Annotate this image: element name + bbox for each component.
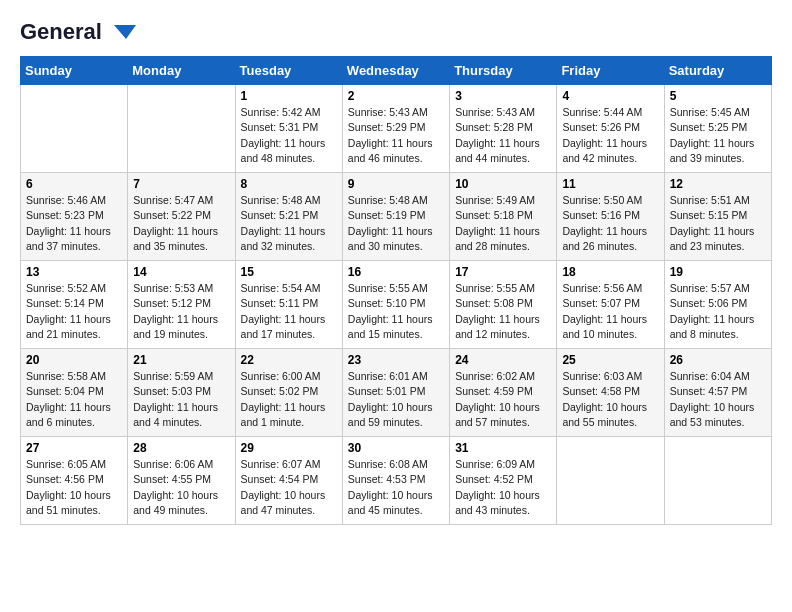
weekday-header-friday: Friday	[557, 57, 664, 85]
day-number: 24	[455, 353, 551, 367]
calendar-week-row: 27Sunrise: 6:05 AMSunset: 4:56 PMDayligh…	[21, 437, 772, 525]
calendar-cell: 23Sunrise: 6:01 AMSunset: 5:01 PMDayligh…	[342, 349, 449, 437]
weekday-header-thursday: Thursday	[450, 57, 557, 85]
day-number: 5	[670, 89, 766, 103]
calendar-cell: 17Sunrise: 5:55 AMSunset: 5:08 PMDayligh…	[450, 261, 557, 349]
day-info: Sunrise: 5:43 AMSunset: 5:29 PMDaylight:…	[348, 105, 444, 166]
calendar-week-row: 1Sunrise: 5:42 AMSunset: 5:31 PMDaylight…	[21, 85, 772, 173]
day-info: Sunrise: 5:45 AMSunset: 5:25 PMDaylight:…	[670, 105, 766, 166]
day-number: 10	[455, 177, 551, 191]
day-number: 7	[133, 177, 229, 191]
day-number: 15	[241, 265, 337, 279]
calendar-cell: 19Sunrise: 5:57 AMSunset: 5:06 PMDayligh…	[664, 261, 771, 349]
calendar-week-row: 20Sunrise: 5:58 AMSunset: 5:04 PMDayligh…	[21, 349, 772, 437]
day-number: 31	[455, 441, 551, 455]
logo: General	[20, 20, 136, 40]
calendar-cell: 6Sunrise: 5:46 AMSunset: 5:23 PMDaylight…	[21, 173, 128, 261]
calendar-table: SundayMondayTuesdayWednesdayThursdayFrid…	[20, 56, 772, 525]
day-number: 23	[348, 353, 444, 367]
calendar-cell: 14Sunrise: 5:53 AMSunset: 5:12 PMDayligh…	[128, 261, 235, 349]
weekday-header-row: SundayMondayTuesdayWednesdayThursdayFrid…	[21, 57, 772, 85]
calendar-cell	[664, 437, 771, 525]
calendar-cell: 24Sunrise: 6:02 AMSunset: 4:59 PMDayligh…	[450, 349, 557, 437]
day-info: Sunrise: 5:59 AMSunset: 5:03 PMDaylight:…	[133, 369, 229, 430]
day-info: Sunrise: 5:52 AMSunset: 5:14 PMDaylight:…	[26, 281, 122, 342]
calendar-header: SundayMondayTuesdayWednesdayThursdayFrid…	[21, 57, 772, 85]
day-info: Sunrise: 6:01 AMSunset: 5:01 PMDaylight:…	[348, 369, 444, 430]
calendar-cell: 31Sunrise: 6:09 AMSunset: 4:52 PMDayligh…	[450, 437, 557, 525]
day-info: Sunrise: 5:50 AMSunset: 5:16 PMDaylight:…	[562, 193, 658, 254]
calendar-cell: 30Sunrise: 6:08 AMSunset: 4:53 PMDayligh…	[342, 437, 449, 525]
day-info: Sunrise: 5:51 AMSunset: 5:15 PMDaylight:…	[670, 193, 766, 254]
day-info: Sunrise: 6:03 AMSunset: 4:58 PMDaylight:…	[562, 369, 658, 430]
logo-text: General	[20, 20, 102, 44]
day-info: Sunrise: 5:48 AMSunset: 5:19 PMDaylight:…	[348, 193, 444, 254]
calendar-week-row: 13Sunrise: 5:52 AMSunset: 5:14 PMDayligh…	[21, 261, 772, 349]
day-info: Sunrise: 5:48 AMSunset: 5:21 PMDaylight:…	[241, 193, 337, 254]
day-number: 3	[455, 89, 551, 103]
day-info: Sunrise: 5:56 AMSunset: 5:07 PMDaylight:…	[562, 281, 658, 342]
day-info: Sunrise: 6:00 AMSunset: 5:02 PMDaylight:…	[241, 369, 337, 430]
calendar-cell: 3Sunrise: 5:43 AMSunset: 5:28 PMDaylight…	[450, 85, 557, 173]
calendar-cell: 12Sunrise: 5:51 AMSunset: 5:15 PMDayligh…	[664, 173, 771, 261]
svg-marker-0	[114, 25, 136, 39]
weekday-header-monday: Monday	[128, 57, 235, 85]
day-info: Sunrise: 6:06 AMSunset: 4:55 PMDaylight:…	[133, 457, 229, 518]
calendar-cell: 5Sunrise: 5:45 AMSunset: 5:25 PMDaylight…	[664, 85, 771, 173]
day-info: Sunrise: 5:57 AMSunset: 5:06 PMDaylight:…	[670, 281, 766, 342]
day-info: Sunrise: 6:09 AMSunset: 4:52 PMDaylight:…	[455, 457, 551, 518]
calendar-cell: 29Sunrise: 6:07 AMSunset: 4:54 PMDayligh…	[235, 437, 342, 525]
day-number: 6	[26, 177, 122, 191]
day-info: Sunrise: 5:42 AMSunset: 5:31 PMDaylight:…	[241, 105, 337, 166]
day-number: 29	[241, 441, 337, 455]
day-info: Sunrise: 5:43 AMSunset: 5:28 PMDaylight:…	[455, 105, 551, 166]
day-number: 2	[348, 89, 444, 103]
logo-arrow-icon	[104, 23, 136, 41]
calendar-cell: 22Sunrise: 6:00 AMSunset: 5:02 PMDayligh…	[235, 349, 342, 437]
day-number: 11	[562, 177, 658, 191]
calendar-cell: 21Sunrise: 5:59 AMSunset: 5:03 PMDayligh…	[128, 349, 235, 437]
calendar-cell: 8Sunrise: 5:48 AMSunset: 5:21 PMDaylight…	[235, 173, 342, 261]
day-info: Sunrise: 5:44 AMSunset: 5:26 PMDaylight:…	[562, 105, 658, 166]
day-number: 16	[348, 265, 444, 279]
weekday-header-sunday: Sunday	[21, 57, 128, 85]
day-number: 22	[241, 353, 337, 367]
calendar-cell: 10Sunrise: 5:49 AMSunset: 5:18 PMDayligh…	[450, 173, 557, 261]
calendar-cell: 2Sunrise: 5:43 AMSunset: 5:29 PMDaylight…	[342, 85, 449, 173]
day-number: 1	[241, 89, 337, 103]
day-info: Sunrise: 6:07 AMSunset: 4:54 PMDaylight:…	[241, 457, 337, 518]
calendar-cell: 1Sunrise: 5:42 AMSunset: 5:31 PMDaylight…	[235, 85, 342, 173]
calendar-cell: 15Sunrise: 5:54 AMSunset: 5:11 PMDayligh…	[235, 261, 342, 349]
day-info: Sunrise: 5:55 AMSunset: 5:08 PMDaylight:…	[455, 281, 551, 342]
calendar-cell: 18Sunrise: 5:56 AMSunset: 5:07 PMDayligh…	[557, 261, 664, 349]
calendar-cell	[128, 85, 235, 173]
calendar-cell: 28Sunrise: 6:06 AMSunset: 4:55 PMDayligh…	[128, 437, 235, 525]
day-info: Sunrise: 5:49 AMSunset: 5:18 PMDaylight:…	[455, 193, 551, 254]
calendar-cell: 13Sunrise: 5:52 AMSunset: 5:14 PMDayligh…	[21, 261, 128, 349]
day-info: Sunrise: 6:02 AMSunset: 4:59 PMDaylight:…	[455, 369, 551, 430]
calendar-cell: 9Sunrise: 5:48 AMSunset: 5:19 PMDaylight…	[342, 173, 449, 261]
day-info: Sunrise: 5:46 AMSunset: 5:23 PMDaylight:…	[26, 193, 122, 254]
day-info: Sunrise: 5:53 AMSunset: 5:12 PMDaylight:…	[133, 281, 229, 342]
calendar-cell: 16Sunrise: 5:55 AMSunset: 5:10 PMDayligh…	[342, 261, 449, 349]
day-info: Sunrise: 6:08 AMSunset: 4:53 PMDaylight:…	[348, 457, 444, 518]
day-number: 27	[26, 441, 122, 455]
day-info: Sunrise: 6:04 AMSunset: 4:57 PMDaylight:…	[670, 369, 766, 430]
day-number: 25	[562, 353, 658, 367]
weekday-header-tuesday: Tuesday	[235, 57, 342, 85]
calendar-cell: 11Sunrise: 5:50 AMSunset: 5:16 PMDayligh…	[557, 173, 664, 261]
calendar-cell: 27Sunrise: 6:05 AMSunset: 4:56 PMDayligh…	[21, 437, 128, 525]
calendar-cell: 25Sunrise: 6:03 AMSunset: 4:58 PMDayligh…	[557, 349, 664, 437]
day-number: 30	[348, 441, 444, 455]
day-info: Sunrise: 5:58 AMSunset: 5:04 PMDaylight:…	[26, 369, 122, 430]
calendar-week-row: 6Sunrise: 5:46 AMSunset: 5:23 PMDaylight…	[21, 173, 772, 261]
calendar-body: 1Sunrise: 5:42 AMSunset: 5:31 PMDaylight…	[21, 85, 772, 525]
calendar-cell	[557, 437, 664, 525]
day-number: 18	[562, 265, 658, 279]
day-number: 26	[670, 353, 766, 367]
day-number: 28	[133, 441, 229, 455]
day-number: 12	[670, 177, 766, 191]
weekday-header-wednesday: Wednesday	[342, 57, 449, 85]
day-number: 4	[562, 89, 658, 103]
calendar-cell: 7Sunrise: 5:47 AMSunset: 5:22 PMDaylight…	[128, 173, 235, 261]
